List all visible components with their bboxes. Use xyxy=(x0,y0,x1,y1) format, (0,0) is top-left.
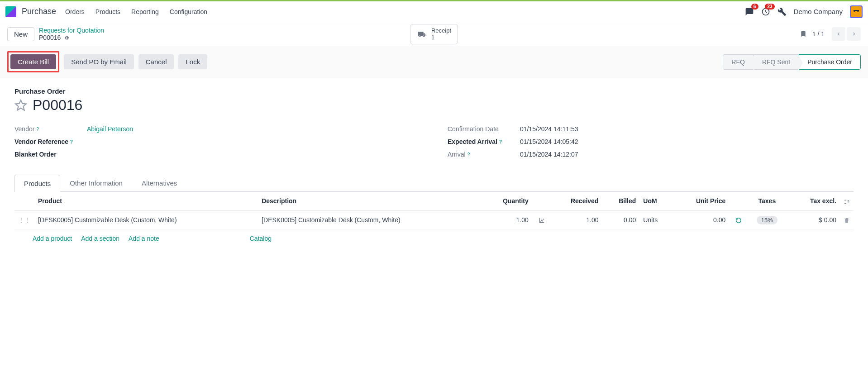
expected-arrival-label: Expected Arrival? xyxy=(448,138,520,145)
action-bar: Create Bill Send PO by Email Cancel Lock… xyxy=(0,46,868,78)
expected-arrival-value[interactable]: 01/15/2024 14:05:42 xyxy=(520,138,578,145)
tools-icon[interactable] xyxy=(777,7,787,16)
cell-taxes[interactable]: 15% xyxy=(757,216,777,224)
receipt-count: 1 xyxy=(431,34,451,41)
messages-icon[interactable]: 6 xyxy=(745,7,754,16)
help-icon[interactable]: ? xyxy=(467,152,470,157)
svg-rect-4 xyxy=(854,10,859,11)
send-po-button[interactable]: Send PO by Email xyxy=(64,54,134,69)
blanket-order-label: Blanket Order xyxy=(14,151,87,158)
delete-row-icon[interactable] xyxy=(844,216,850,224)
confirmation-date-value: 01/15/2024 14:11:53 xyxy=(520,125,578,133)
col-unit-price[interactable]: Unit Price xyxy=(673,192,730,210)
user-avatar[interactable] xyxy=(850,5,863,18)
vendor-value[interactable]: Abigail Peterson xyxy=(87,125,133,133)
add-links-row: Add a product Add a section Add a note C… xyxy=(14,229,854,248)
confirmation-date-label: Confirmation Date xyxy=(448,125,520,133)
main-content: Purchase Order P00016 Vendor? Abigail Pe… xyxy=(0,78,868,257)
help-icon[interactable]: ? xyxy=(499,139,502,144)
drag-handle-icon[interactable]: ⋮⋮ xyxy=(14,210,34,229)
col-product[interactable]: Product xyxy=(34,192,258,210)
company-name[interactable]: Demo Company xyxy=(794,8,843,15)
gear-icon[interactable] xyxy=(63,34,70,41)
breadcrumb-bar: New Requests for Quotation P00016 Receip… xyxy=(0,22,868,46)
col-quantity[interactable]: Quantity xyxy=(482,192,532,210)
pager-text: 1 / 1 xyxy=(812,30,825,38)
help-icon[interactable]: ? xyxy=(36,127,39,132)
highlight-box: Create Bill xyxy=(7,51,59,72)
bookmark-icon[interactable] xyxy=(800,29,807,38)
tab-other-information[interactable]: Other Information xyxy=(60,174,132,191)
add-section-link[interactable]: Add a section xyxy=(81,235,119,242)
cell-unit-price[interactable]: 0.00 xyxy=(673,210,730,229)
tab-products[interactable]: Products xyxy=(14,175,60,192)
breadcrumb-parent[interactable]: Requests for Quotation xyxy=(39,27,104,34)
col-billed[interactable]: Billed xyxy=(602,192,639,210)
table-row[interactable]: ⋮⋮ [DESK0005] Customizable Desk (Custom,… xyxy=(14,210,854,229)
favorite-star-icon[interactable] xyxy=(14,99,27,112)
help-icon[interactable]: ? xyxy=(70,139,73,144)
pager-next[interactable] xyxy=(847,27,861,41)
new-button[interactable]: New xyxy=(7,27,34,41)
tab-alternatives[interactable]: Alternatives xyxy=(132,174,186,191)
receipt-label: Receipt xyxy=(431,27,451,34)
app-logo[interactable] xyxy=(5,6,16,17)
col-tax-excl[interactable]: Tax excl. xyxy=(788,192,840,210)
nav-orders[interactable]: Orders xyxy=(65,8,85,15)
top-nav: Purchase Orders Products Reporting Confi… xyxy=(0,1,868,22)
status-bar: RFQ RFQ Sent Purchase Order xyxy=(723,54,861,70)
activities-badge: 23 xyxy=(765,4,774,10)
record-type-label: Purchase Order xyxy=(14,87,854,95)
breadcrumb-current: P00016 xyxy=(39,34,104,41)
create-bill-button[interactable]: Create Bill xyxy=(10,54,56,69)
status-purchase-order[interactable]: Purchase Order xyxy=(799,54,861,70)
forecast-icon[interactable] xyxy=(539,217,545,224)
nav-products[interactable]: Products xyxy=(95,8,120,15)
truck-icon xyxy=(417,30,427,38)
svg-rect-1 xyxy=(851,6,862,17)
nav-reporting[interactable]: Reporting xyxy=(131,8,159,15)
col-description[interactable]: Description xyxy=(258,192,482,210)
tabs: Products Other Information Alternatives xyxy=(14,174,854,192)
columns-config-icon[interactable] xyxy=(844,197,850,205)
cell-description[interactable]: [DESK0005] Customizable Desk (Custom, Wh… xyxy=(258,210,482,229)
record-number: P00016 xyxy=(33,97,82,114)
cell-product[interactable]: [DESK0005] Customizable Desk (Custom, Wh… xyxy=(34,210,258,229)
receipt-stat-button[interactable]: Receipt 1 xyxy=(410,24,458,44)
status-rfq[interactable]: RFQ xyxy=(723,54,754,70)
lock-button[interactable]: Lock xyxy=(178,54,207,69)
add-note-link[interactable]: Add a note xyxy=(129,235,159,242)
col-uom[interactable]: UoM xyxy=(639,192,672,210)
app-name[interactable]: Purchase xyxy=(22,7,56,16)
pager-prev[interactable] xyxy=(832,27,845,41)
history-icon[interactable] xyxy=(735,217,742,224)
nav-configuration[interactable]: Configuration xyxy=(170,8,207,15)
products-table: Product Description Quantity Received Bi… xyxy=(14,192,854,229)
col-received[interactable]: Received xyxy=(548,192,602,210)
col-taxes[interactable]: Taxes xyxy=(745,192,788,210)
cell-received[interactable]: 1.00 xyxy=(548,210,602,229)
vendor-label: Vendor? xyxy=(14,125,87,133)
messages-badge: 6 xyxy=(751,4,758,10)
cell-quantity[interactable]: 1.00 xyxy=(482,210,532,229)
cancel-button[interactable]: Cancel xyxy=(138,54,174,69)
cell-tax-excl: $ 0.00 xyxy=(788,210,840,229)
catalog-link[interactable]: Catalog xyxy=(250,235,272,242)
cell-billed[interactable]: 0.00 xyxy=(602,210,639,229)
arrival-value: 01/15/2024 14:12:07 xyxy=(520,151,578,158)
nav-links: Orders Products Reporting Configuration xyxy=(65,8,207,15)
breadcrumb-current-text: P00016 xyxy=(39,34,61,41)
status-rfq-sent[interactable]: RFQ Sent xyxy=(754,54,799,70)
arrival-label: Arrival? xyxy=(448,151,520,158)
add-product-link[interactable]: Add a product xyxy=(33,235,72,242)
activities-icon[interactable]: 23 xyxy=(761,7,770,16)
cell-uom[interactable]: Units xyxy=(639,210,672,229)
vendor-ref-label: Vendor Reference? xyxy=(14,138,87,145)
